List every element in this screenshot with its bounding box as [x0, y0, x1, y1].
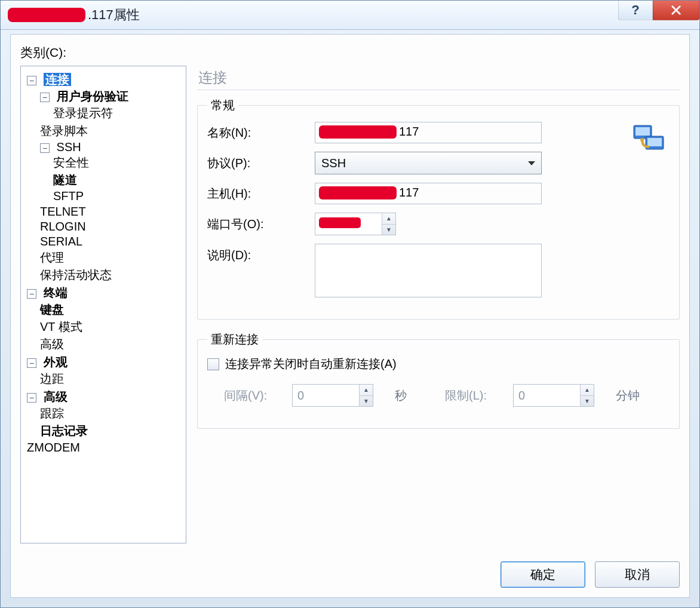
protocol-value: SSH	[321, 156, 346, 170]
limit-value[interactable]	[514, 385, 580, 406]
tree-security[interactable]: 安全性	[53, 156, 89, 169]
limit-label: 限制(L):	[445, 388, 499, 404]
tree-advanced[interactable]: 高级	[44, 390, 67, 403]
interval-unit: 秒	[395, 388, 407, 404]
svg-rect-3	[647, 138, 662, 146]
connection-icon	[630, 122, 668, 161]
host-input[interactable]: 117	[315, 183, 542, 204]
tree-keyboard[interactable]: 键盘	[40, 303, 64, 316]
general-group: 常规 名称(N):	[197, 97, 680, 320]
tree-proxy[interactable]: 代理	[40, 251, 64, 264]
general-legend: 常规	[207, 97, 238, 113]
tree-serial[interactable]: SERIAL	[40, 235, 82, 248]
button-bar: 确定 取消	[501, 561, 680, 588]
tree-advanced-terminal[interactable]: 高级	[40, 337, 64, 351]
name-input[interactable]: 117	[315, 122, 542, 143]
description-textarea[interactable]	[315, 244, 542, 297]
tree-user-auth[interactable]: 用户身份验证	[57, 90, 128, 103]
expander-icon[interactable]: −	[27, 358, 36, 368]
tree-connection[interactable]: 连接	[44, 73, 71, 86]
host-label: 主机(H):	[207, 186, 315, 202]
interval-spinner[interactable]: ▲ ▼	[292, 384, 373, 407]
expander-icon[interactable]: −	[27, 393, 36, 403]
redacted-title	[8, 8, 85, 22]
title-suffix: .117属性	[88, 6, 140, 24]
client-area: 类别(C): − 连接 − 用户身份验证 登录提示符	[10, 34, 690, 598]
redacted-name	[319, 125, 397, 139]
limit-unit: 分钟	[616, 388, 640, 404]
spinner-up-icon[interactable]: ▲	[360, 385, 373, 396]
name-suffix: 117	[399, 125, 419, 139]
svg-rect-1	[635, 127, 650, 136]
tree-login-prompt[interactable]: 登录提示符	[53, 106, 113, 119]
tree-terminal[interactable]: 终端	[44, 286, 67, 299]
expander-icon[interactable]: −	[27, 289, 36, 299]
tree-margin[interactable]: 边距	[40, 372, 64, 385]
interval-value[interactable]	[293, 385, 359, 406]
tree-keep-alive[interactable]: 保持活动状态	[40, 268, 112, 281]
auto-reconnect-checkbox[interactable]	[207, 358, 219, 370]
tree-tunnel[interactable]: 隧道	[53, 173, 77, 186]
window-title: .117属性	[8, 6, 140, 24]
redacted-port	[319, 217, 361, 228]
title-bar: .117属性 ?	[1, 1, 699, 30]
port-label: 端口号(O):	[207, 216, 315, 232]
svg-point-4	[640, 138, 644, 142]
category-label: 类别(C):	[20, 44, 680, 61]
host-suffix: 117	[399, 186, 419, 199]
tree-logging[interactable]: 日志记录	[40, 424, 88, 437]
chevron-down-icon	[528, 161, 535, 165]
tree-login-script[interactable]: 登录脚本	[40, 124, 88, 137]
section-title: 连接	[197, 66, 680, 90]
help-button[interactable]: ?	[618, 1, 653, 20]
spinner-down-icon[interactable]: ▼	[581, 396, 594, 407]
ok-button[interactable]: 确定	[501, 561, 585, 588]
spinner-down-icon[interactable]: ▼	[360, 396, 373, 407]
reconnect-legend: 重新连接	[207, 331, 262, 348]
tree-trace[interactable]: 跟踪	[40, 407, 64, 420]
redacted-host	[319, 186, 397, 199]
interval-label: 间隔(V):	[224, 388, 278, 404]
tree-rlogin[interactable]: RLOGIN	[40, 220, 86, 233]
properties-dialog: .117属性 ? 类别(C): − 连接	[0, 0, 700, 608]
desc-label: 说明(D):	[207, 244, 315, 263]
tree-telnet[interactable]: TELNET	[40, 205, 86, 218]
expander-icon[interactable]: −	[40, 93, 50, 102]
tree-sftp[interactable]: SFTP	[53, 189, 84, 202]
auto-reconnect-label: 连接异常关闭时自动重新连接(A)	[225, 356, 397, 372]
title-buttons: ?	[618, 1, 699, 29]
spinner-up-icon[interactable]: ▲	[581, 385, 594, 396]
cancel-button[interactable]: 取消	[595, 561, 680, 588]
tree-ssh[interactable]: SSH	[57, 140, 81, 153]
expander-icon[interactable]: −	[40, 143, 50, 153]
name-label: 名称(N):	[207, 125, 315, 141]
category-tree[interactable]: − 连接 − 用户身份验证 登录提示符 登录脚本	[20, 66, 186, 543]
reconnect-group: 重新连接 连接异常关闭时自动重新连接(A) 间隔(V): ▲ ▼	[197, 331, 680, 429]
spinner-down-icon[interactable]: ▼	[382, 225, 395, 235]
settings-panel: 连接 常规 名称(N):	[197, 66, 680, 549]
tree-vt-mode[interactable]: VT 模式	[40, 320, 82, 333]
close-button[interactable]	[653, 1, 699, 20]
tree-zmodem[interactable]: ZMODEM	[27, 441, 80, 454]
tree-appearance[interactable]: 外观	[44, 355, 67, 369]
spinner-up-icon[interactable]: ▲	[382, 213, 395, 225]
protocol-select[interactable]: SSH	[315, 152, 542, 174]
limit-spinner[interactable]: ▲ ▼	[513, 384, 594, 407]
close-icon	[670, 4, 682, 16]
main-area: − 连接 − 用户身份验证 登录提示符 登录脚本	[20, 66, 680, 549]
expander-icon[interactable]: −	[27, 76, 36, 85]
protocol-label: 协议(P):	[207, 155, 315, 171]
port-spinner[interactable]: ▲ ▼	[315, 213, 396, 235]
